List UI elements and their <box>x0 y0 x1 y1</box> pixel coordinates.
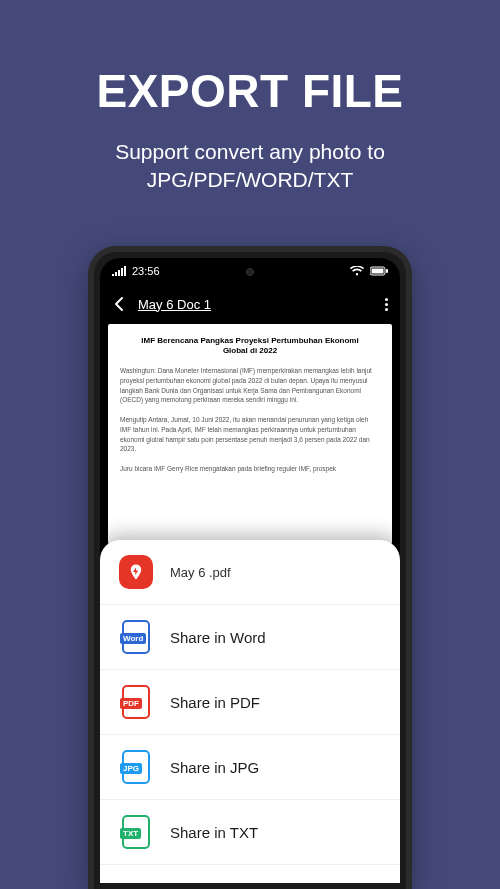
phone-screen: 23:56 May 6 Doc 1 IMF Berencana Pangkas <box>100 258 400 883</box>
pdf-app-icon <box>118 554 154 590</box>
share-word-option[interactable]: Word Share in Word <box>100 605 400 670</box>
document-paragraph: Juru bicara IMF Gerry Rice mengatakan pa… <box>120 464 380 474</box>
document-title[interactable]: May 6 Doc 1 <box>138 297 211 312</box>
share-word-label: Share in Word <box>170 629 266 646</box>
jpg-file-icon: JPG <box>118 749 154 785</box>
export-filename-row: May 6 .pdf <box>100 540 400 605</box>
pdf-tag: PDF <box>120 698 142 709</box>
share-jpg-label: Share in JPG <box>170 759 259 776</box>
hero-sub-line1: Support convert any photo to <box>115 140 385 163</box>
hero: EXPORT FILE Support convert any photo to… <box>0 0 500 195</box>
hero-subtitle: Support convert any photo to JPG/PDF/WOR… <box>0 138 500 195</box>
camera-notch-icon <box>246 268 254 276</box>
word-tag: Word <box>120 633 146 644</box>
share-pdf-option[interactable]: PDF Share in PDF <box>100 670 400 735</box>
jpg-tag: JPG <box>120 763 142 774</box>
document-paragraph: Mengutip Antara, Jumat, 10 Juni 2022, it… <box>120 415 380 454</box>
document-paragraph: Washington: Dana Moneter Internasional (… <box>120 366 380 405</box>
txt-file-icon: TXT <box>118 814 154 850</box>
svg-rect-1 <box>372 269 384 274</box>
hero-sub-line2: JPG/PDF/WORD/TXT <box>147 168 354 191</box>
txt-tag: TXT <box>120 828 141 839</box>
word-file-icon: Word <box>118 619 154 655</box>
hero-title: EXPORT FILE <box>0 64 500 118</box>
document-preview: IMF Berencana Pangkas Proyeksi Pertumbuh… <box>108 324 392 544</box>
document-heading: IMF Berencana Pangkas Proyeksi Pertumbuh… <box>120 336 380 356</box>
share-pdf-label: Share in PDF <box>170 694 260 711</box>
share-jpg-option[interactable]: JPG Share in JPG <box>100 735 400 800</box>
signal-icon <box>112 266 126 276</box>
share-txt-label: Share in TXT <box>170 824 258 841</box>
more-menu-icon[interactable] <box>385 298 388 311</box>
export-filename: May 6 .pdf <box>170 565 231 580</box>
phone-frame: 23:56 May 6 Doc 1 IMF Berencana Pangkas <box>88 246 412 889</box>
pdf-file-icon: PDF <box>118 684 154 720</box>
back-icon[interactable] <box>112 296 128 312</box>
status-time: 23:56 <box>132 265 160 277</box>
battery-icon <box>370 266 388 276</box>
export-sheet: May 6 .pdf Word Share in Word PDF Share … <box>100 540 400 883</box>
wifi-icon <box>350 266 364 276</box>
share-txt-option[interactable]: TXT Share in TXT <box>100 800 400 865</box>
app-header: May 6 Doc 1 <box>100 284 400 324</box>
svg-rect-2 <box>386 269 388 273</box>
